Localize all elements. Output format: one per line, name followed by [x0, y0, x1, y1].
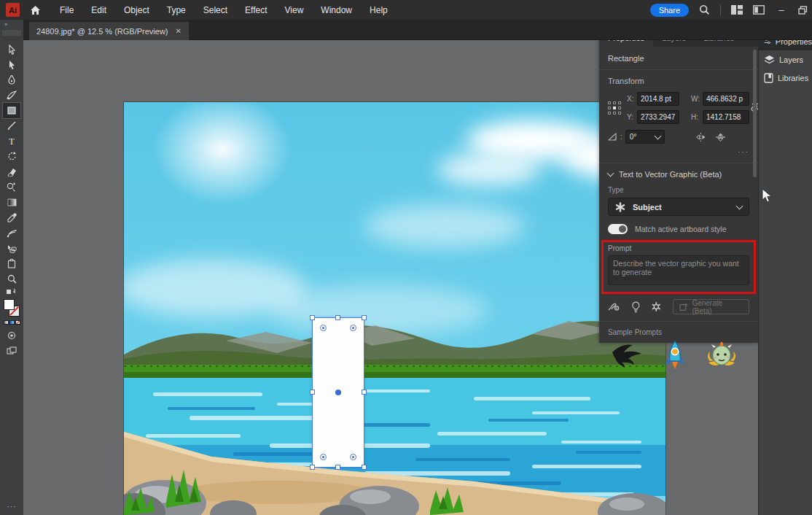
paintbrush-tool[interactable] — [3, 118, 20, 133]
menu-select[interactable]: Select — [203, 5, 227, 15]
lightbulb-icon[interactable] — [631, 301, 641, 313]
none-swatch-icon[interactable] — [15, 320, 20, 325]
eyedropper-tool[interactable] — [3, 210, 20, 225]
document-tab[interactable]: 24809.jpg* @ 12.5 % (RGB/Preview) ✕ — [29, 22, 189, 40]
toolbar-expand-icon[interactable]: » — [0, 20, 23, 30]
document-title: 24809.jpg* @ 12.5 % (RGB/Preview) — [36, 27, 168, 36]
selection-handle-nw[interactable] — [310, 315, 315, 320]
menu-window[interactable]: Window — [321, 5, 352, 15]
rectangle-tool[interactable] — [3, 103, 20, 118]
selection-handle-e[interactable] — [362, 390, 367, 395]
symbol-sprayer-tool[interactable] — [3, 225, 20, 241]
libraries-book-icon — [764, 73, 773, 83]
dock-item-layers[interactable]: Layers — [759, 50, 812, 69]
menu-effect[interactable]: Effect — [245, 5, 267, 15]
fill-color-white[interactable] — [4, 299, 15, 310]
menu-type[interactable]: Type — [167, 5, 186, 15]
direct-selection-tool[interactable] — [3, 57, 20, 72]
sample-prompt-dragon[interactable] — [706, 341, 738, 370]
type-dropdown[interactable]: Subject — [608, 198, 749, 216]
layers-icon — [764, 55, 775, 64]
workspace-switcher-icon[interactable] — [753, 5, 765, 15]
y-input[interactable]: 2733.2947 — [637, 110, 679, 124]
home-icon[interactable] — [30, 5, 41, 15]
panel-scrollbar[interactable] — [753, 50, 757, 177]
corner-radius-widget-nw[interactable] — [320, 325, 327, 331]
match-artboard-style-label: Match active artboard style — [635, 225, 726, 233]
panel-dock: Properties Layers Libraries — [758, 20, 812, 515]
toolbar-more-icon[interactable]: ··· — [7, 503, 17, 511]
app-bar: Ai File Edit Object Type Select Effect V… — [0, 0, 812, 20]
gradient-tool[interactable] — [3, 195, 20, 210]
selected-rectangle[interactable] — [312, 317, 364, 468]
sketch-input-icon[interactable] — [608, 301, 620, 312]
swap-fill-stroke-icon[interactable] — [3, 287, 20, 297]
illustrator-logo[interactable]: Ai — [6, 3, 20, 17]
sample-prompt-bird[interactable] — [611, 342, 644, 368]
menu-view[interactable]: View — [285, 5, 304, 15]
selection-handle-ne[interactable] — [362, 315, 367, 320]
restore-button[interactable] — [798, 6, 808, 15]
arrange-documents-icon[interactable] — [731, 5, 743, 15]
selection-group-tool[interactable] — [3, 241, 20, 256]
artboard-tool[interactable] — [3, 256, 20, 271]
match-artboard-style-toggle[interactable] — [608, 224, 628, 234]
color-mode-buttons[interactable] — [4, 320, 20, 325]
prompt-input[interactable] — [608, 255, 749, 285]
shape-builder-tool[interactable] — [3, 179, 20, 195]
color-swatch-icon[interactable] — [4, 320, 9, 325]
corner-radius-widget-sw[interactable] — [320, 454, 327, 460]
type-dropdown-value: Subject — [633, 203, 730, 212]
x-input[interactable]: 2014.8 pt — [637, 92, 679, 106]
curvature-tool[interactable] — [3, 88, 20, 103]
transform-section-label: Transform — [608, 77, 749, 85]
menu-file[interactable]: File — [60, 5, 74, 15]
eraser-tool[interactable] — [3, 164, 20, 179]
selection-handle-sw[interactable] — [310, 465, 315, 470]
tab-close-icon[interactable]: ✕ — [176, 27, 181, 35]
flip-vertical-icon[interactable] — [715, 133, 726, 142]
menu-edit[interactable]: Edit — [91, 5, 106, 15]
selection-tool[interactable] — [3, 42, 20, 57]
selection-handle-s[interactable] — [335, 465, 340, 470]
reference-point-selector[interactable] — [608, 101, 627, 115]
width-input[interactable]: 466.8632 p — [703, 92, 749, 106]
search-icon[interactable] — [699, 4, 710, 15]
selection-handle-n[interactable] — [335, 315, 340, 320]
rotation-input[interactable]: 0° — [625, 130, 665, 144]
share-button[interactable]: Share — [650, 4, 689, 17]
selection-handle-w[interactable] — [310, 390, 315, 395]
subject-type-icon — [615, 202, 625, 212]
gradient-swatch-icon[interactable] — [9, 320, 15, 325]
w-label: W: — [691, 95, 703, 103]
document-tab-bar: 24809.jpg* @ 12.5 % (RGB/Preview) ✕ — [23, 20, 812, 40]
selection-handle-se[interactable] — [362, 465, 367, 470]
screen-mode-icon[interactable] — [3, 343, 20, 358]
draw-mode-icon[interactable] — [3, 328, 20, 343]
rotate-tool[interactable] — [3, 149, 20, 164]
illustrator-window: Ai File Edit Object Type Select Effect V… — [0, 0, 812, 515]
flip-horizontal-icon[interactable] — [695, 133, 706, 142]
corner-radius-widget-ne[interactable] — [350, 325, 356, 331]
menu-bar: File Edit Object Type Select Effect View… — [60, 5, 388, 15]
toolbar-grip[interactable] — [2, 30, 21, 36]
settings-gear-icon[interactable] — [651, 301, 662, 312]
corner-radius-widget-se[interactable] — [350, 454, 356, 460]
divider — [599, 321, 758, 322]
dock-item-libraries[interactable]: Libraries — [759, 69, 812, 87]
type-tool[interactable]: T — [3, 133, 20, 149]
pen-tool[interactable] — [3, 72, 20, 88]
zoom-tool[interactable] — [3, 271, 20, 287]
minimize-button[interactable]: – — [775, 4, 788, 15]
menu-help[interactable]: Help — [370, 5, 388, 15]
transform-more-options-icon[interactable]: ··· — [608, 148, 749, 156]
menu-object[interactable]: Object — [124, 5, 149, 15]
object-center-point[interactable] — [335, 390, 341, 395]
fill-stroke-control[interactable] — [3, 299, 20, 318]
section-chevron-icon[interactable] — [607, 170, 614, 177]
height-input[interactable]: 1412.7158 — [703, 110, 749, 124]
artboard-image[interactable] — [124, 102, 665, 515]
tutorial-highlight-box: Prompt — [601, 240, 756, 294]
sample-prompt-rocket[interactable] — [663, 341, 687, 370]
generate-button[interactable]: Generate (Beta) — [673, 299, 749, 314]
